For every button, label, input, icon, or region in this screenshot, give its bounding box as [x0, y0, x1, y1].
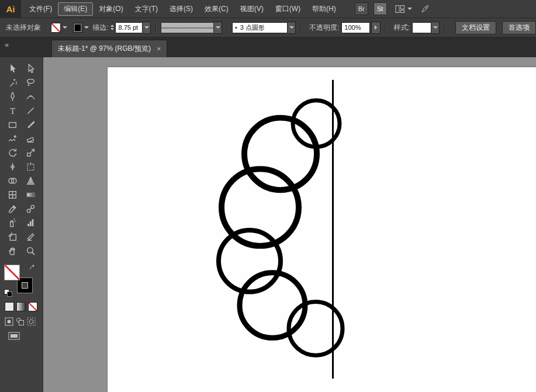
shape-builder-tool[interactable] — [4, 174, 22, 188]
magic-wand-tool[interactable] — [4, 75, 22, 89]
shaper-tool[interactable] — [4, 131, 22, 145]
stroke-weight-stepper[interactable] — [110, 25, 114, 30]
step-up-icon — [110, 25, 114, 27]
selection-tool[interactable] — [4, 61, 22, 75]
direct-selection-tool[interactable] — [22, 61, 40, 75]
screen-mode-icon — [8, 332, 20, 340]
symbol-sprayer-icon — [8, 218, 18, 228]
fill-color-chevron-icon[interactable] — [63, 26, 67, 29]
stroke-color-chevron-icon[interactable] — [84, 26, 89, 29]
separator — [227, 21, 227, 34]
workspace-switcher[interactable] — [395, 5, 412, 13]
gradient-tool[interactable] — [22, 188, 40, 202]
rectangle-tool[interactable] — [4, 117, 22, 131]
profile-chevron[interactable] — [214, 22, 222, 34]
none-button[interactable] — [28, 302, 37, 311]
line-segment-tool[interactable] — [22, 103, 40, 117]
rotate-icon — [8, 148, 18, 158]
width-tool[interactable] — [4, 159, 22, 174]
slice-icon — [26, 232, 36, 242]
draw-inside-button[interactable] — [27, 317, 36, 326]
stroke-color-swatch[interactable] — [73, 23, 83, 33]
menu-select[interactable]: 选择(S) — [164, 2, 199, 16]
chevron-down-icon — [433, 26, 438, 29]
draw-behind-button[interactable] — [16, 317, 25, 326]
paintbrush-tool[interactable] — [22, 117, 40, 131]
variable-width-profile-dropdown[interactable] — [161, 22, 214, 33]
document-tab[interactable]: 未标题-1* @ 97% (RGB/预览) × — [51, 40, 167, 57]
brush-chevron[interactable] — [288, 22, 296, 34]
eraser-tool[interactable] — [22, 131, 40, 145]
free-transform-icon — [26, 162, 36, 172]
curvature-icon — [26, 92, 36, 102]
type-tool[interactable]: T — [4, 103, 22, 117]
document-setup-button[interactable]: 文档设置 — [455, 21, 496, 34]
scale-tool[interactable] — [22, 145, 40, 159]
perspective-grid-tool[interactable] — [22, 174, 40, 188]
control-bar: 未选择对象 描边: 8.75 pt • 3 点圆形 不透明度: 100% — [0, 18, 536, 37]
menu-window[interactable]: 窗口(W) — [269, 2, 306, 16]
preferences-button[interactable]: 首选项 — [502, 21, 536, 34]
screen-mode-button[interactable] — [8, 332, 20, 342]
rotate-tool[interactable] — [4, 145, 22, 159]
free-transform-tool[interactable] — [22, 159, 40, 174]
type-icon: T — [8, 106, 18, 116]
menu-type[interactable]: 文字(T) — [129, 2, 164, 16]
mesh-tool[interactable] — [4, 188, 22, 202]
slice-tool[interactable] — [22, 230, 40, 244]
gpu-performance-button[interactable] — [420, 4, 430, 13]
eyedropper-tool[interactable] — [4, 202, 22, 216]
symbol-sprayer-tool[interactable] — [4, 216, 22, 230]
bridge-badge[interactable]: Br — [355, 2, 368, 15]
fill-swatch[interactable] — [4, 265, 20, 280]
menu-items: 文件(F)编辑(E)对象(O)文字(T)选择(S)效果(C)视图(V)窗口(W)… — [23, 2, 342, 16]
blend-tool[interactable] — [22, 202, 40, 216]
default-fill-stroke-icon[interactable] — [4, 289, 12, 296]
gradient-button[interactable] — [16, 302, 26, 311]
style-chevron[interactable] — [431, 22, 440, 34]
artboard-tool[interactable] — [4, 230, 22, 244]
circle-shape[interactable] — [244, 118, 317, 190]
swap-fill-stroke-icon[interactable] — [29, 265, 37, 271]
zoom-tool[interactable] — [22, 244, 40, 258]
style-dropdown[interactable] — [412, 22, 431, 33]
direct-selection-icon — [26, 64, 36, 74]
main-area: T — [0, 57, 536, 392]
menu-view[interactable]: 视图(V) — [234, 2, 269, 16]
color-button[interactable] — [5, 302, 14, 311]
menu-effect[interactable]: 效果(C) — [199, 2, 234, 16]
fill-color-swatch[interactable] — [51, 23, 61, 33]
curvature-tool[interactable] — [22, 89, 40, 103]
draw-normal-button[interactable] — [5, 317, 13, 326]
separator — [385, 21, 386, 34]
shape-builder-icon — [8, 176, 18, 186]
stroke-weight-dropdown[interactable] — [143, 22, 151, 34]
canvas-area[interactable] — [43, 57, 536, 392]
stroke-weight-label: 描边: — [92, 23, 108, 33]
perspective-grid-icon — [26, 176, 36, 186]
eraser-icon — [26, 134, 36, 144]
close-tab-icon[interactable]: × — [157, 45, 161, 53]
menu-edit[interactable]: 编辑(E) — [58, 2, 93, 16]
gpu-performance-icon — [420, 4, 430, 13]
menu-file[interactable]: 文件(F) — [23, 2, 58, 16]
lasso-tool[interactable] — [22, 75, 40, 89]
stock-badge[interactable]: St — [374, 2, 387, 15]
stroke-weight-input[interactable]: 8.75 pt — [115, 22, 143, 33]
brush-definition-dropdown[interactable]: • 3 点圆形 — [232, 22, 288, 33]
menu-object[interactable]: 对象(O) — [93, 2, 129, 16]
brush-name: 3 点圆形 — [240, 23, 265, 33]
mesh-icon — [8, 190, 18, 200]
column-graph-tool[interactable] — [22, 216, 40, 230]
hand-tool[interactable] — [4, 244, 22, 258]
pen-tool[interactable] — [4, 89, 22, 103]
collapse-panel-icon[interactable]: « — [5, 40, 8, 49]
menu-help[interactable]: 帮助(H) — [306, 2, 342, 16]
column-graph-icon — [26, 218, 36, 228]
artwork-canvas[interactable] — [43, 57, 536, 392]
svg-text:T: T — [9, 106, 15, 115]
opacity-panel-button[interactable] — [371, 22, 381, 34]
opacity-input[interactable]: 100% — [341, 22, 370, 33]
gradient-icon — [26, 190, 36, 200]
artboard-icon — [8, 232, 18, 242]
